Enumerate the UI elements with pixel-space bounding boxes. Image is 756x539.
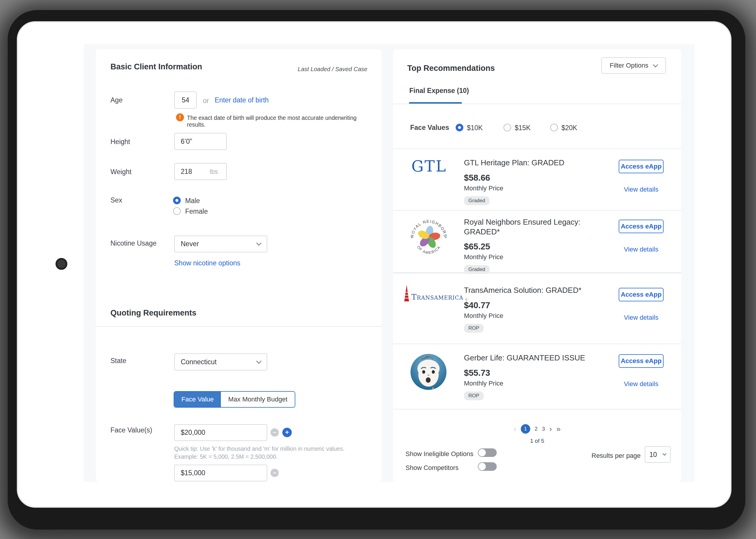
show-nicotine-options-link[interactable]: Show nicotine options xyxy=(174,259,240,267)
add-face-value-button[interactable]: + xyxy=(282,428,292,437)
tab-face-value[interactable]: Face Value xyxy=(174,392,221,407)
chevron-down-icon xyxy=(662,452,666,456)
show-ineligible-toggle[interactable] xyxy=(478,448,497,457)
height-label: Height xyxy=(111,138,130,146)
view-details-link[interactable]: View details xyxy=(619,246,664,253)
transamerica-tower-icon xyxy=(404,285,410,301)
plan-price: $58.66 xyxy=(464,173,564,183)
weight-unit: lbs xyxy=(210,168,218,176)
chevron-down-icon xyxy=(653,62,658,67)
plan-row-royal-neighbors: ROYAL NEIGHBORS OF AMERICA Royal Neighbo… xyxy=(393,211,681,272)
tab-max-monthly-budget[interactable]: Max Monthly Budget xyxy=(221,392,295,407)
male-label[interactable]: Male xyxy=(185,197,200,205)
plan-price-caption: Monthly Price xyxy=(464,380,585,387)
svg-text:OF AMERICA: OF AMERICA xyxy=(416,245,441,255)
plan-main: Gerber Life: GUARANTEED ISSUE $55.73 Mon… xyxy=(464,353,585,400)
height-input[interactable] xyxy=(174,133,227,150)
weight-input[interactable] xyxy=(174,163,227,180)
access-eapp-button[interactable]: Access eApp xyxy=(619,354,664,368)
page-summary: 1 of 5 xyxy=(530,438,544,444)
state-select[interactable]: Connecticut xyxy=(174,353,267,370)
plan-title: TransAmerica Solution: GRADED* xyxy=(464,285,581,295)
face-value-input-2[interactable] xyxy=(174,465,267,482)
face-value-15k-radio[interactable] xyxy=(504,124,511,131)
or-text: or xyxy=(203,97,209,105)
tab-final-expense[interactable]: Final Expense (10) xyxy=(409,87,469,95)
page-3-button[interactable]: 3 xyxy=(542,426,545,432)
results-footer: ‹ 1 2 3 › » 1 of 5 Show Ineligible Optio… xyxy=(393,409,681,482)
results-per-page-select[interactable]: 10 xyxy=(645,446,671,463)
remove-face-value-button-2[interactable]: − xyxy=(271,469,279,477)
face-value-10k-label[interactable]: $10K xyxy=(467,124,483,132)
page-1-button[interactable]: 1 xyxy=(521,424,530,433)
female-label[interactable]: Female xyxy=(185,207,208,215)
face-value-20k-radio[interactable] xyxy=(550,124,558,131)
view-details-link[interactable]: View details xyxy=(619,186,664,193)
show-competitors-label: Show Competitors xyxy=(405,464,459,472)
plan-price: $40.77 xyxy=(464,300,581,310)
plan-main: TransAmerica Solution: GRADED* $40.77 Mo… xyxy=(464,285,581,333)
male-radio[interactable] xyxy=(173,196,181,204)
face-value-10k-radio[interactable] xyxy=(456,124,463,131)
face-value-15k-label[interactable]: $15K xyxy=(515,124,531,132)
panel-title: Basic Client Information xyxy=(111,62,202,71)
nicotine-select[interactable]: Never xyxy=(174,236,267,252)
plan-actions: Access eApp View details xyxy=(619,288,664,322)
plan-price-caption: Monthly Price xyxy=(464,312,581,320)
transamerica-logo: Transamerica ® xyxy=(404,285,467,301)
tablet-camera xyxy=(55,258,67,270)
filter-options-button[interactable]: Filter Options xyxy=(601,57,666,74)
header-divider xyxy=(393,104,681,104)
view-details-link[interactable]: View details xyxy=(619,380,664,388)
female-radio[interactable] xyxy=(173,207,181,215)
plan-row-gerber: Gerber Life: GUARANTEED ISSUE $55.73 Mon… xyxy=(393,344,681,409)
recommendations-panel: Top Recommendations Filter Options Final… xyxy=(393,49,681,482)
last-page-icon[interactable]: » xyxy=(556,424,560,433)
dob-warning-text: The exact date of birth will produce the… xyxy=(187,115,370,128)
access-eapp-button[interactable]: Access eApp xyxy=(619,288,664,301)
plan-main: Royal Neighbors Ensured Legacy: GRADED* … xyxy=(464,217,595,274)
royal-neighbors-logo: ROYAL NEIGHBORS OF AMERICA xyxy=(410,217,448,256)
chevron-down-icon xyxy=(256,240,261,246)
filter-options-label: Filter Options xyxy=(610,62,648,69)
warning-icon: ! xyxy=(176,114,184,121)
gtl-logo: GTL xyxy=(411,157,447,175)
plan-actions: Access eApp View details xyxy=(619,160,664,193)
remove-face-value-button[interactable]: − xyxy=(271,428,279,436)
section-divider xyxy=(96,326,381,327)
next-page-icon[interactable]: › xyxy=(549,424,552,433)
quick-tip-line2: Example: 5K = 5,000, 2.5M = 2,500,000. xyxy=(174,453,278,460)
face-values-filter-label: Face Values xyxy=(410,124,449,132)
chevron-down-icon xyxy=(256,358,261,364)
results-per-page-label: Results per page xyxy=(592,452,640,460)
plan-title: Royal Neighbors Ensured Legacy: GRADED* xyxy=(464,217,595,236)
show-ineligible-label: Show Ineligible Options xyxy=(405,450,473,458)
plan-badge: ROP xyxy=(464,391,484,400)
recommendations-title: Top Recommendations xyxy=(407,64,495,73)
quoting-title: Quoting Requirements xyxy=(111,308,196,318)
access-eapp-button[interactable]: Access eApp xyxy=(619,220,664,233)
age-label: Age xyxy=(111,96,123,104)
access-eapp-button[interactable]: Access eApp xyxy=(619,160,664,173)
face-value-input-1[interactable] xyxy=(174,424,267,441)
face-values-label: Face Value(s) xyxy=(111,426,152,434)
plan-badge: Graded xyxy=(464,196,490,205)
previous-page-icon[interactable]: ‹ xyxy=(514,424,517,433)
age-input[interactable] xyxy=(174,92,197,109)
plan-title: GTL Heritage Plan: GRADED xyxy=(464,158,564,168)
quick-tip-line1: Quick tip: Use 'k' for thousand and 'm' … xyxy=(174,445,344,452)
show-competitors-toggle[interactable] xyxy=(478,462,497,471)
pagination: ‹ 1 2 3 › » xyxy=(514,424,561,433)
plan-price-caption: Monthly Price xyxy=(464,253,595,261)
plan-main: GTL Heritage Plan: GRADED $58.66 Monthly… xyxy=(464,158,564,205)
face-value-20k-label[interactable]: $20K xyxy=(561,124,577,132)
quote-mode-tabs: Face Value Max Monthly Budget xyxy=(174,391,295,408)
enter-dob-link[interactable]: Enter date of birth xyxy=(215,96,269,104)
plan-badge: ROP xyxy=(464,324,484,333)
state-value: Connecticut xyxy=(181,358,216,366)
view-details-link[interactable]: View details xyxy=(619,314,664,322)
nicotine-label: Nicotine Usage xyxy=(111,239,156,247)
page-2-button[interactable]: 2 xyxy=(535,426,538,432)
plan-actions: Access eApp View details xyxy=(619,354,664,388)
plan-price: $65.25 xyxy=(464,242,595,252)
